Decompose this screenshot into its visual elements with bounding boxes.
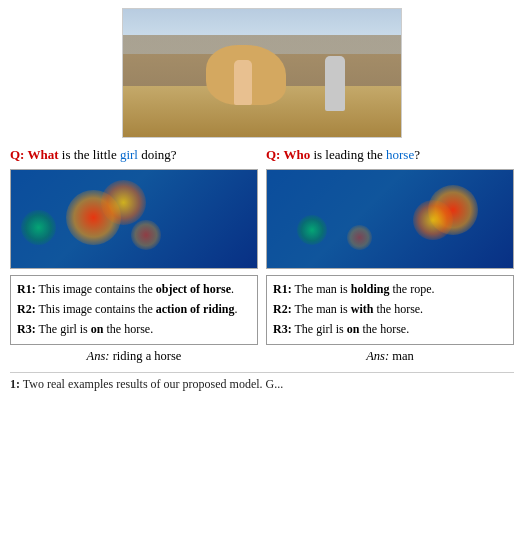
- left-r1-label: R1:: [17, 282, 36, 296]
- right-q-middle: is leading the: [310, 147, 386, 162]
- left-r3-text-before: The girl is: [38, 322, 90, 336]
- right-r2-text-after: the horse.: [373, 302, 423, 316]
- right-q-who: Who: [283, 147, 310, 162]
- left-r3: R3: The girl is on the horse.: [17, 320, 251, 338]
- left-r3-bold: on: [91, 322, 104, 336]
- right-r3-text-before: The girl is: [294, 322, 346, 336]
- two-column-layout: Q: What is the little girl doing? R1: Th…: [10, 146, 514, 364]
- right-answer-line: Ans: man: [266, 349, 514, 364]
- right-r3: R3: The girl is on the horse.: [273, 320, 507, 338]
- right-r1-text-after: the rope.: [390, 282, 435, 296]
- left-q-what: What: [27, 147, 58, 162]
- left-r2-text-before: This image contains the: [38, 302, 155, 316]
- left-q-suffix: doing?: [138, 147, 177, 162]
- left-q-prefix: Q:: [10, 147, 27, 162]
- left-r1-bold: object of horse: [156, 282, 231, 296]
- right-heatmap-green-spot: [297, 215, 327, 245]
- right-heatmap-hotspot-2: [413, 200, 453, 240]
- right-heatmap: [266, 169, 514, 269]
- left-heatmap: [10, 169, 258, 269]
- left-r1-text-before: This image contains the: [38, 282, 155, 296]
- figure-number: 1:: [10, 377, 20, 391]
- right-r2: R2: The man is with the horse.: [273, 300, 507, 318]
- right-r1-bold: holding: [351, 282, 390, 296]
- left-r1: R1: This image contains the object of ho…: [17, 280, 251, 298]
- right-r3-label: R3:: [273, 322, 292, 336]
- caption-text: Two real examples results of our propose…: [20, 377, 283, 391]
- left-r2-text-after: .: [234, 302, 237, 316]
- right-r1-label: R1:: [273, 282, 292, 296]
- right-question: Q: Who is leading the horse?: [266, 146, 514, 164]
- right-reasons-box: R1: The man is holding the rope. R2: The…: [266, 275, 514, 345]
- left-reasons-box: R1: This image contains the object of ho…: [10, 275, 258, 345]
- right-q-prefix: Q:: [266, 147, 283, 162]
- right-ans-label: Ans:: [366, 349, 389, 363]
- heatmap-green-spot: [21, 210, 56, 245]
- left-r2-label: R2:: [17, 302, 36, 316]
- right-r3-bold: on: [347, 322, 360, 336]
- heatmap-hotspot-3: [131, 220, 161, 250]
- right-q-suffix: ?: [414, 147, 420, 162]
- right-q-horse: horse: [386, 147, 414, 162]
- left-r3-label: R3:: [17, 322, 36, 336]
- left-ans-value: riding a horse: [110, 349, 182, 363]
- right-r2-bold: with: [351, 302, 374, 316]
- right-r1: R1: The man is holding the rope.: [273, 280, 507, 298]
- main-photo: [122, 8, 402, 138]
- left-column: Q: What is the little girl doing? R1: Th…: [10, 146, 258, 364]
- right-r2-text-before: The man is: [294, 302, 350, 316]
- right-r1-text-before: The man is: [294, 282, 350, 296]
- left-ans-label: Ans:: [87, 349, 110, 363]
- left-q-girl: girl: [120, 147, 138, 162]
- left-q-middle: is the little: [59, 147, 120, 162]
- right-r2-label: R2:: [273, 302, 292, 316]
- left-r2-bold: action of riding: [156, 302, 235, 316]
- heatmap-hotspot-2: [101, 180, 146, 225]
- person-right-shape: [325, 56, 345, 111]
- right-r3-text-after: the horse.: [359, 322, 409, 336]
- person-left-shape: [234, 60, 252, 105]
- right-ans-value: man: [389, 349, 414, 363]
- left-question: Q: What is the little girl doing?: [10, 146, 258, 164]
- figure-caption: 1: Two real examples results of our prop…: [10, 372, 514, 392]
- left-r2: R2: This image contains the action of ri…: [17, 300, 251, 318]
- top-image-container: [10, 8, 514, 138]
- left-r3-text-after: the horse.: [103, 322, 153, 336]
- left-answer-line: Ans: riding a horse: [10, 349, 258, 364]
- right-column: Q: Who is leading the horse? R1: The man…: [266, 146, 514, 364]
- left-r1-text-after: .: [231, 282, 234, 296]
